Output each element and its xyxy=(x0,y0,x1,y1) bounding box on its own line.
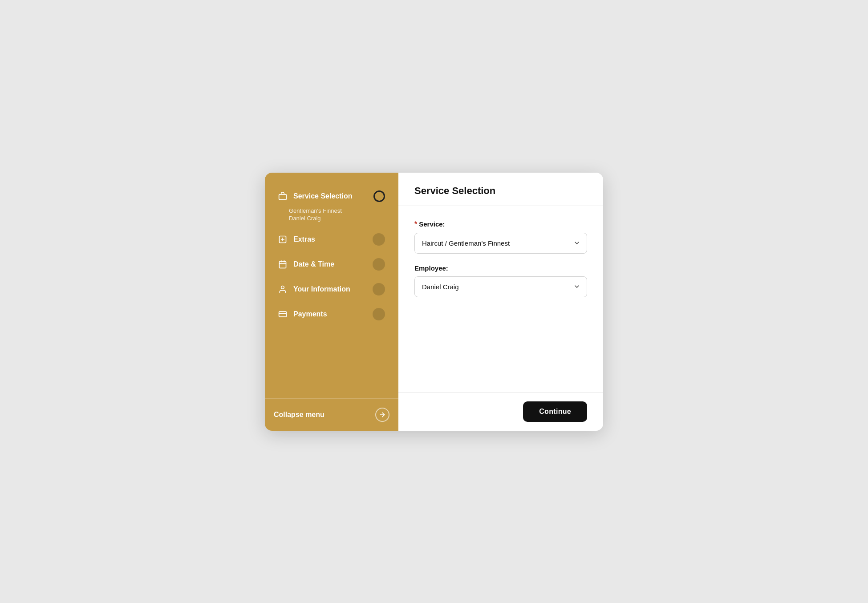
employee-label: Employee: xyxy=(414,264,587,272)
sidebar-item-your-information-left: Your Information xyxy=(278,285,350,294)
sidebar: Service Selection Gentleman's Finnest Da… xyxy=(265,173,398,431)
sidebar-item-extras[interactable]: Extras xyxy=(274,228,389,251)
page-title: Service Selection xyxy=(414,185,587,197)
sidebar-item-service-selection-toggle xyxy=(373,190,385,202)
continue-button[interactable]: Continue xyxy=(523,401,587,422)
sidebar-nav: Service Selection Gentleman's Finnest Da… xyxy=(265,173,398,398)
sidebar-item-service-selection-label: Service Selection xyxy=(293,192,353,200)
employee-select[interactable]: Daniel Craig John Smith Mike Johnson xyxy=(414,276,587,297)
sidebar-item-date-time-left: Date & Time xyxy=(278,260,334,269)
main-header: Service Selection xyxy=(398,173,603,206)
service-label: * Service: xyxy=(414,220,587,228)
sidebar-sublabel-service: Gentleman's Finnest xyxy=(274,207,389,214)
svg-point-8 xyxy=(281,286,284,289)
sidebar-sublabel-employee: Daniel Craig xyxy=(274,215,389,222)
svg-rect-4 xyxy=(280,261,286,268)
sidebar-item-service-selection[interactable]: Service Selection xyxy=(274,185,389,207)
sidebar-item-extras-toggle xyxy=(373,233,385,246)
sidebar-item-payments-label: Payments xyxy=(293,310,327,318)
employee-field-group: Employee: Daniel Craig John Smith Mike J… xyxy=(414,264,587,297)
sidebar-item-your-information-toggle xyxy=(373,283,385,295)
collapse-menu-label: Collapse menu xyxy=(274,411,324,419)
sidebar-item-your-information[interactable]: Your Information xyxy=(274,278,389,301)
main-body: * Service: Haircut / Gentleman's Finnest… xyxy=(398,206,603,392)
employee-label-text: Employee: xyxy=(414,264,448,272)
main-content: Service Selection * Service: Haircut / G… xyxy=(398,173,603,431)
sidebar-item-payments[interactable]: Payments xyxy=(274,303,389,326)
main-footer: Continue xyxy=(398,392,603,431)
collapse-menu-arrow-icon xyxy=(375,408,389,422)
sidebar-item-payments-left: Payments xyxy=(278,310,327,319)
sidebar-item-your-information-label: Your Information xyxy=(293,285,350,293)
bag-icon xyxy=(278,192,288,201)
calendar-icon xyxy=(278,260,288,269)
plus-box-icon xyxy=(278,235,288,244)
card-icon xyxy=(278,310,288,319)
sidebar-item-date-time-label: Date & Time xyxy=(293,260,334,268)
sidebar-item-date-time-toggle xyxy=(373,258,385,271)
svg-rect-0 xyxy=(279,194,287,199)
service-field-group: * Service: Haircut / Gentleman's Finnest… xyxy=(414,220,587,254)
collapse-menu-button[interactable]: Collapse menu xyxy=(265,398,398,431)
sidebar-item-payments-toggle xyxy=(373,308,385,320)
sidebar-item-date-time[interactable]: Date & Time xyxy=(274,253,389,276)
booking-modal: Service Selection Gentleman's Finnest Da… xyxy=(265,173,603,431)
service-required-star: * xyxy=(414,220,417,228)
sidebar-item-extras-left: Extras xyxy=(278,235,315,244)
person-icon xyxy=(278,285,288,294)
sidebar-item-extras-label: Extras xyxy=(293,235,315,243)
svg-rect-9 xyxy=(279,312,287,317)
service-select[interactable]: Haircut / Gentleman's Finnest Beard Trim… xyxy=(414,233,587,254)
sidebar-item-left: Service Selection xyxy=(278,192,353,201)
service-label-text: Service: xyxy=(419,220,445,228)
